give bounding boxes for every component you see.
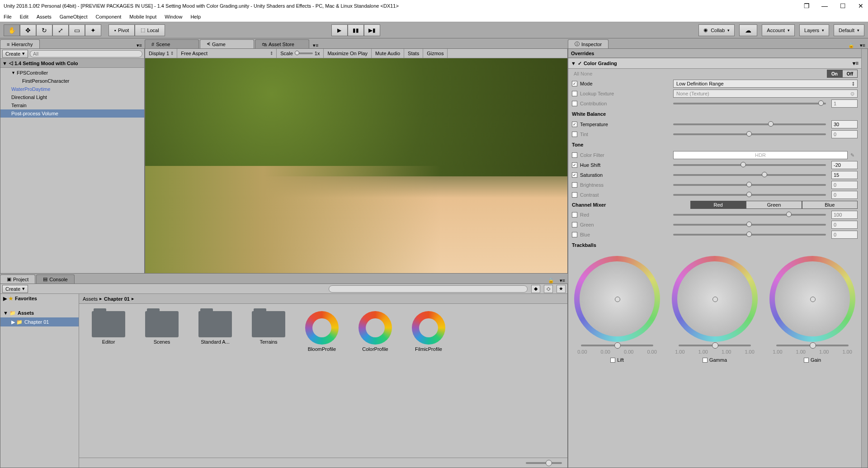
favorites-folder[interactable]: ▶ ★ Favorites bbox=[0, 294, 79, 303]
inspector-scrollbar[interactable] bbox=[861, 49, 868, 468]
asset-folder[interactable]: Scenes bbox=[140, 311, 184, 345]
pivot-button[interactable]: ▪ Pivot bbox=[108, 24, 135, 36]
panel-menu-icon[interactable]: ▾≡ bbox=[310, 43, 321, 48]
tree-item-selected[interactable]: Post-process Volume bbox=[0, 109, 144, 118]
override-checkbox[interactable] bbox=[703, 358, 708, 363]
color-wheel[interactable] bbox=[574, 256, 660, 342]
asset-folder[interactable]: Standard A... bbox=[193, 311, 237, 345]
stats-toggle[interactable]: Stats bbox=[404, 49, 423, 58]
channel-blue[interactable]: Blue bbox=[802, 201, 858, 209]
maximize-icon[interactable]: ☐ bbox=[839, 2, 846, 9]
override-checkbox[interactable] bbox=[572, 192, 577, 198]
component-header[interactable]: ▼ ✓ Color Grading ▾≡ bbox=[568, 58, 861, 69]
mode-dropdown[interactable]: Low Definition Range bbox=[673, 80, 858, 88]
slider[interactable] bbox=[673, 214, 826, 216]
value-input[interactable]: -20 bbox=[831, 161, 858, 169]
eyedropper-icon[interactable]: ✎ bbox=[850, 152, 858, 158]
value-input[interactable]: 0 bbox=[831, 221, 858, 229]
scene-tab[interactable]: # Scene bbox=[145, 39, 199, 48]
game-view[interactable] bbox=[145, 58, 568, 274]
menu-help[interactable]: Help bbox=[190, 14, 201, 19]
slider[interactable] bbox=[673, 164, 826, 166]
play-button[interactable]: ▶ bbox=[331, 24, 348, 36]
assetstore-tab[interactable]: 🛍 Asset Store bbox=[255, 39, 309, 48]
scale-slider[interactable]: Scale 1x bbox=[277, 49, 324, 58]
value-input[interactable]: 0 bbox=[831, 130, 858, 138]
override-checkbox[interactable] bbox=[572, 212, 577, 217]
tree-item[interactable]: ▼FPSController bbox=[0, 69, 144, 77]
step-button[interactable]: ▶▮ bbox=[364, 24, 380, 36]
hand-tool[interactable]: ✋ bbox=[4, 24, 20, 36]
tree-item[interactable]: Terrain bbox=[0, 101, 144, 109]
channel-green[interactable]: Green bbox=[746, 201, 802, 209]
collab-button[interactable]: ◉Collab bbox=[698, 24, 735, 36]
value-input[interactable]: 100 bbox=[831, 211, 858, 219]
override-checkbox[interactable] bbox=[572, 152, 577, 158]
maximize-toggle[interactable]: Maximize On Play bbox=[324, 49, 372, 58]
breadcrumb-item[interactable]: Chapter 01 bbox=[104, 296, 130, 302]
slider[interactable] bbox=[673, 184, 826, 186]
enable-checkbox[interactable]: ✓ bbox=[578, 61, 582, 66]
value-input[interactable]: 1 bbox=[831, 99, 858, 108]
rotate-tool[interactable]: ↻ bbox=[36, 24, 52, 36]
override-checkbox[interactable] bbox=[572, 132, 577, 137]
slider[interactable] bbox=[673, 103, 826, 104]
project-search[interactable] bbox=[329, 285, 528, 293]
project-tab[interactable]: ▣ Project bbox=[0, 274, 35, 284]
value-input[interactable]: 0 bbox=[831, 191, 858, 199]
hierarchy-search[interactable] bbox=[30, 50, 142, 57]
cloud-button[interactable]: ☁ bbox=[739, 24, 757, 36]
layers-button[interactable]: Layers bbox=[799, 24, 829, 36]
console-tab[interactable]: ▤ Console bbox=[36, 274, 74, 284]
zoom-slider[interactable] bbox=[526, 462, 562, 464]
color-wheel[interactable] bbox=[672, 256, 758, 342]
override-checkbox[interactable]: ✓ bbox=[572, 162, 577, 168]
override-checkbox[interactable] bbox=[804, 358, 809, 363]
value-input[interactable]: 30 bbox=[831, 120, 858, 128]
move-tool[interactable]: ✥ bbox=[20, 24, 36, 36]
lock-icon[interactable]: 🔒 bbox=[845, 43, 857, 48]
slider[interactable] bbox=[673, 133, 826, 135]
assets-folder[interactable]: ▼ 📁 Assets bbox=[0, 308, 79, 317]
asset-profile[interactable]: FilmicProfile bbox=[406, 311, 451, 352]
project-create[interactable]: Create ▾ bbox=[2, 285, 28, 293]
asset-profile[interactable]: ColorProfile bbox=[353, 311, 397, 352]
trackball-slider[interactable] bbox=[679, 345, 751, 346]
game-tab[interactable]: ᗕ Game bbox=[200, 39, 254, 48]
value-input[interactable]: 15 bbox=[831, 171, 858, 179]
none-button[interactable]: None bbox=[580, 71, 592, 76]
value-input[interactable]: 0 bbox=[831, 231, 858, 239]
trackball-slider[interactable] bbox=[581, 345, 653, 346]
menu-mobileinput[interactable]: Mobile Input bbox=[129, 14, 156, 19]
override-checkbox[interactable] bbox=[572, 101, 577, 106]
layout-button[interactable]: Default bbox=[834, 24, 864, 36]
filter-icon[interactable]: ◇ bbox=[544, 285, 553, 293]
override-checkbox[interactable] bbox=[572, 182, 577, 188]
panel-menu-icon[interactable]: ▾≡ bbox=[134, 43, 145, 48]
gizmos-dropdown[interactable]: Gizmos bbox=[423, 49, 448, 58]
hierarchy-tab[interactable]: ≡ Hierarchy bbox=[0, 39, 40, 48]
asset-folder[interactable]: Editor bbox=[86, 311, 131, 345]
panel-menu-icon[interactable]: ▾≡ bbox=[857, 43, 868, 48]
asset-profile[interactable]: BloomProfile bbox=[300, 311, 344, 352]
asset-folder[interactable]: Terrains bbox=[246, 311, 291, 345]
minimize-icon[interactable]: — bbox=[821, 2, 828, 9]
off-button[interactable]: Off bbox=[842, 70, 858, 78]
menu-file[interactable]: File bbox=[4, 14, 12, 19]
on-off-toggle[interactable]: On Off bbox=[827, 70, 858, 78]
hierarchy-create[interactable]: Create ▾ bbox=[2, 50, 28, 58]
hdr-color[interactable]: HDR bbox=[673, 151, 848, 159]
gear-icon[interactable]: ▾≡ bbox=[853, 60, 859, 66]
override-checkbox[interactable] bbox=[572, 232, 577, 237]
override-checkbox[interactable]: ✓ bbox=[572, 172, 577, 178]
menu-component[interactable]: Component bbox=[95, 14, 121, 19]
slider[interactable] bbox=[673, 123, 826, 125]
aspect-dropdown[interactable]: Free Aspect ‡ bbox=[177, 49, 277, 58]
on-button[interactable]: On bbox=[827, 70, 842, 78]
tree-item[interactable]: Directional Light bbox=[0, 93, 144, 101]
mute-toggle[interactable]: Mute Audio bbox=[372, 49, 404, 58]
favorite-icon[interactable]: ★ bbox=[557, 285, 566, 293]
overlay-icon[interactable]: ❐ bbox=[803, 2, 810, 9]
scale-tool[interactable]: ⤢ bbox=[52, 24, 69, 36]
all-button[interactable]: All bbox=[574, 71, 579, 76]
